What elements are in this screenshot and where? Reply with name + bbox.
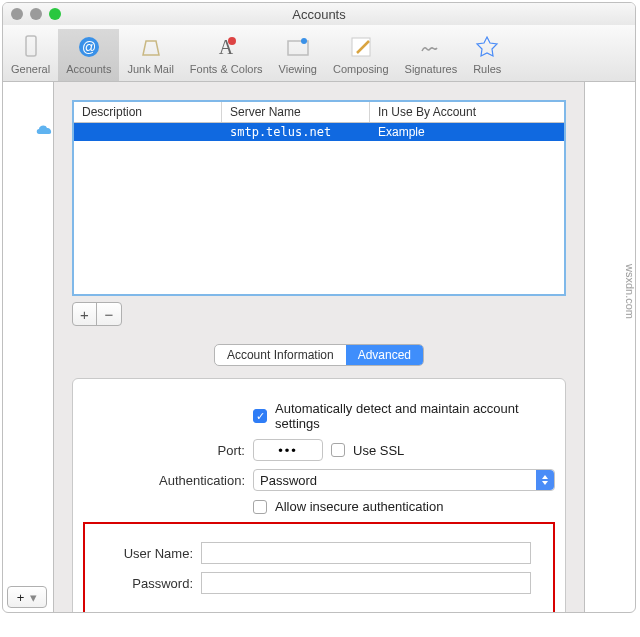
watermark: wsxdn.com <box>624 263 636 318</box>
tab-advanced[interactable]: Advanced <box>346 345 423 365</box>
settings-segmented: Account Information Advanced <box>214 344 424 366</box>
composing-icon <box>347 33 375 61</box>
tab-label: Rules <box>473 63 501 75</box>
add-server-button[interactable]: + <box>73 303 97 325</box>
tab-account-information[interactable]: Account Information <box>215 345 346 365</box>
svg-rect-0 <box>26 36 36 56</box>
close-icon[interactable] <box>11 8 23 20</box>
username-label: User Name: <box>93 546 201 561</box>
plus-icon: + <box>17 590 25 605</box>
signatures-icon <box>417 33 445 61</box>
port-label: Port: <box>83 443 253 458</box>
password-field[interactable] <box>201 572 531 594</box>
dropdown-icon: ▾ <box>30 590 37 605</box>
password-label: Password: <box>93 576 201 591</box>
svg-point-6 <box>301 38 307 44</box>
tab-label: Fonts & Colors <box>190 63 263 75</box>
port-field[interactable] <box>253 439 323 461</box>
cell-server: smtp.telus.net <box>222 123 370 141</box>
general-icon <box>17 33 45 61</box>
chevron-updown-icon <box>536 470 554 490</box>
highlighted-credentials: User Name: Password: <box>83 522 555 613</box>
junk-icon <box>137 33 165 61</box>
window-titlebar: Accounts <box>3 3 635 25</box>
add-account-button[interactable]: + ▾ <box>7 586 47 608</box>
add-remove-segmented: + − <box>72 302 122 326</box>
tab-label: Accounts <box>66 63 111 75</box>
fonts-icon: A <box>212 33 240 61</box>
auto-detect-label: Automatically detect and maintain accoun… <box>275 401 555 431</box>
rules-icon <box>473 33 501 61</box>
tab-composing[interactable]: Composing <box>325 29 397 81</box>
tab-junk-mail[interactable]: Junk Mail <box>119 29 181 81</box>
auto-detect-checkbox[interactable] <box>253 409 267 423</box>
tab-viewing[interactable]: Viewing <box>271 29 325 81</box>
table-row[interactable]: smtp.telus.net Example <box>74 123 564 141</box>
cell-description <box>74 123 222 141</box>
window-title: Accounts <box>11 7 627 22</box>
allow-insecure-label: Allow insecure authentication <box>275 499 443 514</box>
minimize-icon[interactable] <box>30 8 42 20</box>
tab-signatures[interactable]: Signatures <box>397 29 466 81</box>
username-field[interactable] <box>201 542 531 564</box>
zoom-icon[interactable] <box>49 8 61 20</box>
allow-insecure-checkbox[interactable] <box>253 500 267 514</box>
tab-label: Junk Mail <box>127 63 173 75</box>
tab-label: Composing <box>333 63 389 75</box>
smtp-settings-sheet: Description Server Name In Use By Accoun… <box>53 82 585 613</box>
svg-rect-7 <box>352 38 370 56</box>
use-ssl-checkbox[interactable] <box>331 443 345 457</box>
tab-general[interactable]: General <box>3 29 58 81</box>
tab-label: Viewing <box>279 63 317 75</box>
remove-server-button[interactable]: − <box>97 303 121 325</box>
tab-rules[interactable]: Rules <box>465 29 509 81</box>
tab-label: Signatures <box>405 63 458 75</box>
authentication-select[interactable]: Password <box>253 469 555 491</box>
use-ssl-label: Use SSL <box>353 443 404 458</box>
column-header-description[interactable]: Description <box>74 102 222 122</box>
preferences-toolbar: General @ Accounts Junk Mail A Fonts & C… <box>3 25 635 82</box>
tab-label: General <box>11 63 50 75</box>
at-icon: @ <box>75 33 103 61</box>
server-list[interactable]: Description Server Name In Use By Accoun… <box>72 100 566 296</box>
advanced-form: Automatically detect and maintain accoun… <box>72 378 566 613</box>
authentication-value: Password <box>260 473 317 488</box>
tab-fonts-colors[interactable]: A Fonts & Colors <box>182 29 271 81</box>
cell-inuse: Example <box>370 123 564 141</box>
authentication-label: Authentication: <box>83 473 253 488</box>
svg-point-4 <box>228 37 236 45</box>
column-header-inuse[interactable]: In Use By Account <box>370 102 564 122</box>
viewing-icon <box>284 33 312 61</box>
svg-text:@: @ <box>82 39 96 55</box>
tab-accounts[interactable]: @ Accounts <box>58 29 119 81</box>
column-header-server[interactable]: Server Name <box>222 102 370 122</box>
